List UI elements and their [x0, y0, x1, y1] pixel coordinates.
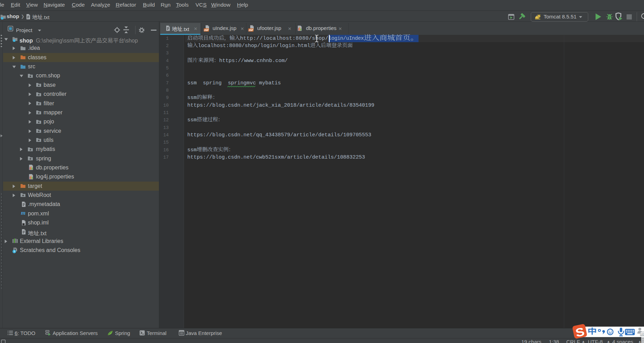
- svg-text:JSP: JSP: [248, 29, 253, 32]
- svg-text:JSP: JSP: [204, 29, 209, 32]
- svg-text:2D: 2D: [641, 333, 644, 336]
